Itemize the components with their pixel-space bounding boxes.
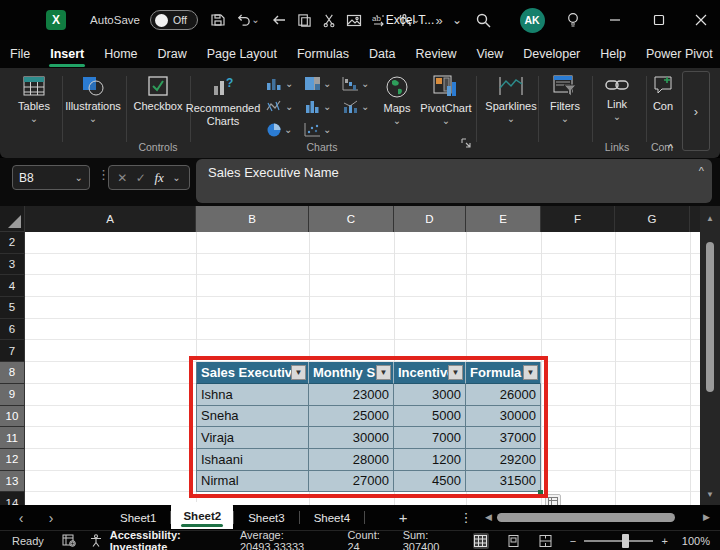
cells-area[interactable]: Sales Executive▼ Monthly S▼ Incentive▼ F… bbox=[25, 232, 700, 505]
column-header-f[interactable]: F bbox=[541, 206, 615, 232]
zoom-slider[interactable] bbox=[584, 540, 653, 542]
row-header-14[interactable]: 14 bbox=[0, 492, 25, 505]
sheet-nav-left-icon[interactable]: ‹ bbox=[6, 510, 36, 526]
cell-e13[interactable]: 31500 bbox=[466, 471, 541, 493]
tab-page-layout[interactable]: Page Layout bbox=[197, 40, 287, 68]
macro-record-icon[interactable] bbox=[62, 534, 76, 547]
ribbon-scroll-right-button[interactable]: › bbox=[682, 71, 710, 151]
filters-button[interactable]: Filters ⌄ bbox=[542, 74, 588, 124]
cell-d10[interactable]: 5000 bbox=[394, 406, 466, 428]
save-icon[interactable] bbox=[207, 0, 229, 40]
column-header-d[interactable]: D bbox=[394, 206, 466, 232]
row-header-4[interactable]: 4 bbox=[0, 275, 25, 297]
cell-e11[interactable]: 37000 bbox=[466, 427, 541, 449]
cut-icon[interactable] bbox=[318, 0, 340, 40]
tab-draw[interactable]: Draw bbox=[148, 40, 197, 68]
illustrations-button[interactable]: Illustrations ⌄ bbox=[64, 74, 122, 124]
tab-view[interactable]: View bbox=[466, 40, 513, 68]
row-header-2[interactable]: 2 bbox=[0, 232, 25, 254]
accessibility-icon[interactable] bbox=[90, 534, 102, 547]
page-layout-view-icon[interactable] bbox=[505, 533, 521, 549]
waterfall-chart-button[interactable]: ⌄ bbox=[342, 76, 369, 91]
table-header-monthly-salary[interactable]: Monthly S▼ bbox=[309, 362, 394, 384]
row-header-3[interactable]: 3 bbox=[0, 254, 25, 276]
cell-e9[interactable]: 26000 bbox=[466, 384, 541, 406]
scroll-right-icon[interactable]: ▶ bbox=[703, 512, 710, 522]
column-header-g[interactable]: G bbox=[615, 206, 690, 232]
horizontal-scrollbar-thumb[interactable] bbox=[497, 513, 675, 522]
cell-e12[interactable]: 29200 bbox=[466, 449, 541, 471]
column-chart-button[interactable]: ⌄ bbox=[266, 76, 293, 91]
zoom-level[interactable]: 100% bbox=[682, 535, 710, 547]
enter-icon[interactable]: ✓ bbox=[136, 171, 146, 185]
row-header-6[interactable]: 6 bbox=[0, 319, 25, 341]
cell-c12[interactable]: 28000 bbox=[309, 449, 394, 471]
cell-d12[interactable]: 1200 bbox=[394, 449, 466, 471]
select-all-button[interactable] bbox=[0, 206, 25, 232]
cell-e10[interactable]: 30000 bbox=[466, 406, 541, 428]
horizontal-scrollbar[interactable]: ◀ ▶ bbox=[481, 505, 716, 530]
hierarchy-chart-button[interactable]: ⌄ bbox=[304, 76, 331, 91]
lightbulb-icon[interactable] bbox=[560, 0, 586, 40]
filter-icon[interactable]: ▼ bbox=[448, 365, 463, 380]
tab-review[interactable]: Review bbox=[405, 40, 466, 68]
scroll-left-icon[interactable]: ◀ bbox=[485, 512, 492, 522]
maximize-button[interactable] bbox=[644, 0, 674, 40]
pivotchart-button[interactable]: PivotChart ⌄ bbox=[418, 74, 474, 126]
cell-b9[interactable]: Ishna bbox=[196, 384, 309, 406]
zoom-in-icon[interactable]: + bbox=[661, 535, 667, 547]
row-header-7[interactable]: 7 bbox=[0, 340, 25, 362]
accessibility-status[interactable]: Accessibility: Investigate bbox=[110, 529, 218, 550]
paste-picture-icon[interactable] bbox=[343, 0, 365, 40]
formula-bar-input[interactable]: Sales Executive Name ^ bbox=[196, 159, 712, 203]
pie-chart-button[interactable]: ⌄ bbox=[266, 122, 292, 138]
cell-d9[interactable]: 3000 bbox=[394, 384, 466, 406]
tab-power-pivot[interactable]: Power Pivot bbox=[636, 40, 720, 68]
tab-help[interactable]: Help bbox=[590, 40, 636, 68]
back-arrow-icon[interactable] bbox=[268, 0, 290, 40]
chevron-down-icon[interactable]: ⌄ bbox=[448, 0, 466, 40]
cell-c9[interactable]: 23000 bbox=[309, 384, 394, 406]
cell-c11[interactable]: 30000 bbox=[309, 427, 394, 449]
table-resize-handle[interactable] bbox=[538, 490, 543, 495]
search-icon[interactable] bbox=[470, 0, 496, 40]
normal-view-icon[interactable] bbox=[473, 533, 489, 549]
filter-icon[interactable]: ▼ bbox=[376, 365, 391, 380]
collapse-formula-bar-icon[interactable]: ^ bbox=[699, 165, 704, 177]
vertical-scrollbar[interactable]: ▲ ▼ bbox=[700, 206, 720, 505]
cell-b12[interactable]: Ishaani bbox=[196, 449, 309, 471]
copy-icon[interactable] bbox=[293, 0, 315, 40]
add-sheet-icon[interactable]: + bbox=[383, 509, 423, 526]
maps-button[interactable]: Maps ⌄ bbox=[378, 74, 416, 126]
charts-dialog-launcher-icon[interactable] bbox=[460, 137, 471, 151]
cell-b11[interactable]: Viraja bbox=[196, 427, 309, 449]
histogram-chart-button[interactable]: ⌄ bbox=[304, 99, 331, 114]
sheet-tab-sheet2[interactable]: Sheet2 bbox=[171, 502, 233, 529]
tab-file[interactable]: File bbox=[0, 40, 40, 68]
row-header-8[interactable]: 8 bbox=[0, 362, 25, 384]
checkbox-button[interactable]: Checkbox bbox=[130, 74, 186, 112]
sparklines-button[interactable]: Sparklines ⌄ bbox=[482, 74, 540, 124]
tab-insert[interactable]: Insert bbox=[40, 40, 94, 68]
recommended-charts-button[interactable]: ? RecommendedCharts bbox=[192, 74, 254, 127]
scroll-down-icon[interactable]: ▼ bbox=[700, 490, 720, 499]
minimize-button[interactable] bbox=[600, 0, 630, 40]
row-header-5[interactable]: 5 bbox=[0, 297, 25, 319]
column-header-e[interactable]: E bbox=[466, 206, 541, 232]
tab-developer[interactable]: Developer bbox=[513, 40, 590, 68]
sheet-tab-sheet3[interactable]: Sheet3 bbox=[234, 505, 298, 530]
comment-insert-button[interactable]: Con bbox=[648, 74, 678, 112]
link-button[interactable]: Link ⌄ bbox=[596, 74, 638, 122]
undo-icon[interactable]: ⌄ bbox=[233, 0, 263, 40]
cell-b13[interactable]: Nirmal bbox=[196, 471, 309, 493]
cancel-icon[interactable]: ✕ bbox=[117, 171, 127, 185]
column-header-a[interactable]: A bbox=[25, 206, 196, 232]
sheet-nav-right-icon[interactable]: › bbox=[36, 510, 66, 526]
insert-function-icon[interactable]: fx bbox=[154, 170, 163, 186]
column-header-c[interactable]: C bbox=[309, 206, 394, 232]
autosave-toggle[interactable]: Off bbox=[148, 0, 200, 40]
filter-icon[interactable]: ▼ bbox=[291, 365, 306, 380]
data-table[interactable]: Sales Executive▼ Monthly S▼ Incentive▼ F… bbox=[196, 362, 541, 492]
filter-icon[interactable]: ▼ bbox=[523, 365, 538, 380]
table-header-formula[interactable]: Formula▼ bbox=[466, 362, 541, 384]
